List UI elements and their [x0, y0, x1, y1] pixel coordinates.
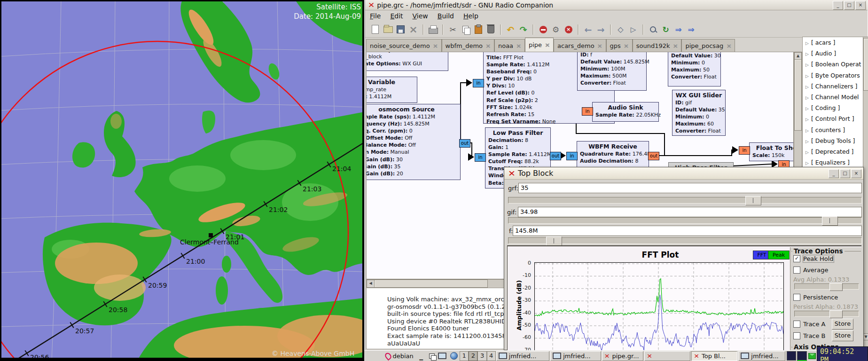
toolbar-find-icon[interactable] [647, 23, 659, 36]
window-list-button[interactable] [427, 352, 437, 361]
peak-hold-option[interactable]: ✓ Peak Hold [793, 255, 834, 262]
toolbar-forward-icon[interactable]: → [594, 23, 607, 36]
block-wbfm-receive[interactable]: WBFM ReceiveQuadrature Rate: 176.4kAudio… [577, 141, 649, 169]
tab-close-icon[interactable]: × [545, 41, 550, 48]
expander-icon[interactable]: ▷ [805, 95, 809, 100]
toolbar-close-icon[interactable]: × [407, 23, 420, 36]
slider-handle[interactable] [745, 196, 761, 205]
close-button[interactable]: × [851, 169, 861, 178]
expander-icon[interactable]: ▷ [805, 74, 809, 78]
block-options[interactable]: OptionsID: top_blockGenerate Options: WX… [366, 52, 448, 71]
expander-icon[interactable]: ▷ [805, 139, 809, 144]
browser-launcher[interactable] [449, 352, 459, 361]
sidebar-category[interactable]: ▷[ Boolean Operat [803, 59, 863, 70]
tab-sound192k[interactable]: sound192k× [633, 39, 682, 52]
slider-track-f[interactable] [508, 237, 862, 244]
slider-handle[interactable] [546, 236, 562, 246]
trace-b-option[interactable]: Trace B [793, 332, 826, 339]
minimize-button[interactable]: _ [829, 169, 839, 178]
tray-monitor-2[interactable] [797, 351, 806, 361]
sidebar-category[interactable]: ▷[ Deprecated ] [803, 146, 863, 157]
port-in[interactable]: in [475, 153, 486, 162]
toolbar-redo-icon[interactable]: ↷ [517, 23, 530, 36]
menu-build[interactable]: Build [433, 11, 459, 21]
persistence-option[interactable]: Persistence [793, 294, 838, 301]
sidebar-category[interactable]: ▷[ Debug Tools ] [803, 135, 863, 146]
sidebar-scroll-down-arrow[interactable]: ▼ [863, 333, 868, 340]
expander-icon[interactable]: ▷ [805, 161, 809, 165]
menu-view[interactable]: View [408, 11, 433, 21]
block-wx-gui-slider-grf[interactable]: WX GUI SliderID: grfDefault Value: 30Min… [668, 52, 721, 86]
grc-title-bar[interactable]: ✕ pipe.grc - /home/jmfriedt/sdr - GNU Ra… [365, 0, 868, 10]
block-audio-sink[interactable]: Audio SinkSample Rate: 22.05KHz [592, 102, 659, 122]
toolbar-undo-icon[interactable]: ↶ [504, 23, 517, 36]
block-variable-samp-rate[interactable]: VariableID: samp_rateValue: 1.4112M [366, 77, 417, 103]
expander-icon[interactable]: ▷ [805, 85, 809, 89]
toolbar-reload-icon[interactable]: ↻ [659, 23, 672, 36]
sidebar-category[interactable]: ▷[ Equalizers ] [803, 157, 863, 168]
block-osmocom-source[interactable]: osmocom SourceSample Rate (sps): 1.4112M… [366, 104, 461, 180]
mail-icon[interactable] [808, 353, 816, 359]
toolbar-print-icon[interactable] [427, 23, 439, 36]
tab-gps[interactable]: gps× [606, 39, 633, 52]
toolbar-delete-icon[interactable] [485, 23, 497, 36]
scroll-left-arrow[interactable]: ◀ [367, 280, 375, 288]
trace-a-store-button[interactable]: Store [832, 319, 853, 330]
toolbar-run-icon[interactable]: ⇒ [672, 23, 685, 36]
sbscroll-thumb[interactable] [863, 38, 868, 91]
tab-pipe[interactable]: pipe× [525, 38, 554, 52]
tray-monitor-1[interactable] [787, 351, 796, 361]
slider-track-grf[interactable] [508, 197, 862, 204]
block-wx-gui-slider-f[interactable]: WX GUI SliderID: fDefault Value: 145.825… [577, 52, 647, 91]
port-in[interactable]: in [473, 79, 484, 87]
toolbar-copy-icon[interactable] [459, 23, 472, 36]
toolbar-open-icon[interactable] [382, 23, 394, 36]
workspace-2[interactable]: 2 [469, 351, 477, 361]
sidebar-category[interactable]: ▷[ acars ] [803, 37, 863, 48]
peak-hold-checkbox[interactable]: ✓ [793, 255, 800, 262]
toolbar-kill-icon[interactable]: × [562, 23, 575, 36]
hscroll-thumb[interactable] [374, 280, 488, 288]
port-out[interactable]: out [459, 139, 470, 148]
toolbar-back-icon[interactable]: ← [582, 23, 594, 36]
tab-close-icon[interactable]: × [673, 42, 678, 49]
toolbar-generate-icon[interactable]: ◇ [614, 23, 627, 36]
sidebar-category[interactable]: ▷[ Channelizers ] [803, 81, 863, 92]
vscroll-thumb[interactable] [794, 59, 802, 131]
tab-acars_demo[interactable]: acars_demo× [554, 39, 606, 52]
toolbar-execute-icon[interactable]: ▷ [627, 23, 640, 36]
slider-handle[interactable] [822, 216, 838, 226]
trace-b-store-button[interactable]: Store [832, 330, 853, 341]
persist-alpha-slider-handle[interactable] [829, 310, 843, 318]
block-float-to-short[interactable]: Float To ShortScale: 150k [749, 142, 794, 161]
tab-noise_source_demo[interactable]: noise_source_demo× [366, 39, 442, 52]
toolbar-gear-icon[interactable]: ⚙ [549, 23, 562, 36]
toolbar-errors-icon[interactable] [537, 23, 549, 36]
trace-b-checkbox[interactable] [793, 332, 800, 339]
tab-close-icon[interactable]: × [726, 42, 731, 49]
taskbar-window-pipe.gr...[interactable]: ✕pipe.gr... [602, 351, 643, 361]
average-checkbox[interactable] [793, 267, 800, 274]
port-in[interactable]: in [739, 146, 750, 155]
tab-close-icon[interactable]: × [597, 42, 602, 49]
trace-a-checkbox[interactable] [793, 321, 800, 328]
trace-a-option[interactable]: Trace A [793, 321, 826, 328]
taskbar-window-jmfried...[interactable]: jmfried... [738, 351, 785, 361]
sidebar-category[interactable]: ▷[ Audio ] [803, 48, 863, 59]
slider-value-field-gif[interactable]: 34.98 [518, 207, 862, 217]
sidebar-category[interactable]: ▷[ Control Port ] [803, 113, 863, 124]
toolbar-paste-icon[interactable] [472, 23, 485, 36]
persist-alpha-slider[interactable] [794, 311, 859, 317]
toolbar-new-file-icon[interactable] [369, 23, 382, 36]
tab-noaa[interactable]: noaa× [494, 39, 525, 52]
toolbar-run2-icon[interactable]: ⇒ [685, 23, 697, 36]
tab-pipe_pocsag[interactable]: pipe_pocsag× [681, 39, 735, 52]
tab-close-icon[interactable]: × [624, 42, 629, 49]
minimize-button[interactable]: _ [833, 1, 843, 10]
top-block-title-bar[interactable]: ✕ Top Block _□× [504, 167, 863, 180]
workspace-4[interactable]: 4 [487, 351, 496, 361]
taskbar-window-jmfried...[interactable]: jmfried... [550, 351, 601, 361]
menu-edit[interactable]: Edit [385, 11, 407, 21]
port-in[interactable]: in [582, 107, 593, 116]
sidebar-category[interactable]: ▷[ counters ] [803, 125, 863, 135]
